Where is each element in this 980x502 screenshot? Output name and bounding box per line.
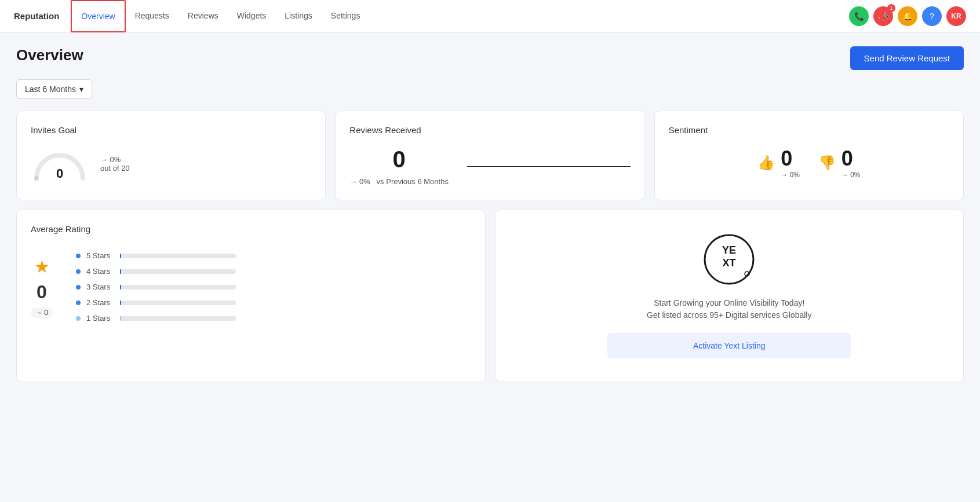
invites-out-of: out of 20 (100, 164, 130, 173)
page-header: Overview Send Review Request (16, 46, 964, 70)
fill-4stars (120, 269, 121, 274)
label-4stars: 4 Stars (86, 267, 114, 276)
megaphone-badge: 1 (887, 4, 895, 12)
nav-brand: Reputation (14, 11, 59, 21)
bar-2stars: 2 Stars (76, 298, 471, 307)
positive-data: 0 → 0% (781, 146, 800, 179)
yext-tagline2: Get listed across 95+ Digital services G… (647, 309, 811, 321)
positive-count: 0 (781, 146, 800, 171)
top-cards-row: Invites Goal 0 → 0% out of 20 (16, 111, 964, 200)
reviews-line (467, 166, 631, 167)
phone-icon-wrap: 📞 (849, 6, 869, 26)
tab-settings[interactable]: Settings (322, 0, 370, 32)
label-5stars: 5 Stars (86, 251, 114, 260)
dot-1star (76, 316, 81, 321)
reviews-left: 0 → 0% vs Previous 6 Months (349, 146, 449, 186)
tab-overview[interactable]: Overview (71, 0, 125, 32)
positive-sentiment: 👍 0 → 0% (757, 146, 800, 179)
tab-requests[interactable]: Requests (126, 0, 178, 32)
filter-label: Last 6 Months (25, 85, 76, 94)
user-avatar[interactable]: KR (946, 6, 966, 26)
thumbs-down-icon: 👎 (818, 155, 836, 171)
bar-3stars: 3 Stars (76, 283, 471, 291)
track-4stars (120, 269, 236, 274)
reviews-vs-label: vs Previous 6 Months (377, 177, 449, 186)
track-3stars (120, 285, 236, 290)
average-rating-card: Average Rating ★ 0 → 0 5 Stars (16, 210, 486, 382)
invites-percent: → 0% (100, 155, 130, 164)
dot-4stars (76, 269, 81, 274)
reviews-received-title: Reviews Received (349, 125, 630, 135)
fill-2stars (120, 301, 121, 305)
track-2stars (120, 301, 236, 305)
yext-card: YE XT Start Growing your Online Visibili… (495, 210, 964, 382)
track-5stars (120, 254, 236, 258)
rating-change: → 0 (31, 307, 53, 318)
nav-tabs: Overview Requests Reviews Widgets Listin… (71, 0, 369, 32)
invites-goal-title: Invites Goal (31, 125, 311, 135)
negative-count: 0 (841, 146, 861, 171)
reviews-received-card: Reviews Received 0 → 0% vs Previous 6 Mo… (335, 111, 644, 200)
tab-listings[interactable]: Listings (275, 0, 321, 32)
phone-button[interactable]: 📞 (849, 6, 869, 26)
positive-pct: → 0% (781, 171, 800, 179)
reviews-percent: → 0% (349, 177, 370, 186)
dot-2stars (76, 301, 81, 305)
date-filter-dropdown[interactable]: Last 6 Months ▾ (16, 79, 92, 99)
track-1star (120, 316, 236, 321)
main-scroll-area: Overview Send Review Request Last 6 Mont… (0, 32, 980, 396)
dot-3stars (76, 285, 81, 290)
nav-left: Reputation Overview Requests Reviews Wid… (14, 0, 369, 32)
fill-1star (120, 316, 121, 321)
label-2stars: 2 Stars (86, 298, 114, 307)
bell-button[interactable]: 🔔 (898, 6, 917, 26)
negative-pct: → 0% (841, 171, 861, 179)
thumbs-up-icon: 👍 (757, 155, 775, 171)
bar-4stars: 4 Stars (76, 267, 471, 276)
label-3stars: 3 Stars (86, 283, 114, 291)
activate-yext-button[interactable]: Activate Yext Listing (607, 333, 851, 358)
negative-sentiment: 👎 0 → 0% (818, 146, 861, 179)
gauge-number: 0 (56, 166, 63, 181)
average-rating-title: Average Rating (31, 224, 471, 234)
page-title: Overview (16, 46, 83, 64)
reviews-meta: → 0% vs Previous 6 Months (349, 177, 449, 186)
megaphone-icon-wrap: 📣 1 (873, 6, 893, 26)
invites-meta: → 0% out of 20 (100, 155, 130, 173)
yext-logo: YE XT (703, 233, 755, 285)
fill-5stars (120, 254, 121, 258)
bottom-row: Average Rating ★ 0 → 0 5 Stars (16, 210, 964, 382)
nav-icons: 📞 📣 1 🔔 ? KR (849, 6, 966, 26)
yext-tagline1: Start Growing your Online Visibility Tod… (647, 297, 811, 309)
rating-bar-list: 5 Stars 4 Stars (76, 251, 471, 323)
star-icon: ★ (34, 257, 50, 277)
fill-3stars (120, 285, 121, 290)
top-navigation: Reputation Overview Requests Reviews Wid… (0, 0, 980, 32)
svg-text:XT: XT (723, 257, 736, 269)
gauge-chart: 0 (31, 146, 89, 181)
invites-goal-card: Invites Goal 0 → 0% out of 20 (16, 111, 326, 200)
label-1star: 1 Stars (86, 314, 114, 323)
sentiment-title: Sentiment (669, 125, 949, 135)
yext-tagline: Start Growing your Online Visibility Tod… (647, 297, 811, 321)
rating-number: 0 (37, 281, 47, 303)
reviews-body: 0 → 0% vs Previous 6 Months (349, 146, 630, 186)
rating-body: ★ 0 → 0 5 Stars (31, 245, 471, 323)
svg-text:YE: YE (722, 244, 736, 256)
chevron-down-icon: ▾ (79, 85, 83, 94)
bar-1star: 1 Stars (76, 314, 471, 323)
help-button[interactable]: ? (922, 6, 942, 26)
send-review-button[interactable]: Send Review Request (850, 46, 964, 70)
tab-reviews[interactable]: Reviews (178, 0, 228, 32)
invites-goal-body: 0 → 0% out of 20 (31, 146, 311, 181)
rating-left: ★ 0 → 0 (31, 257, 53, 318)
negative-data: 0 → 0% (841, 146, 861, 179)
main-content: Overview Send Review Request Last 6 Mont… (0, 32, 980, 396)
dot-5stars (76, 254, 81, 258)
reviews-count: 0 (349, 146, 449, 173)
tab-widgets[interactable]: Widgets (228, 0, 276, 32)
bar-5stars: 5 Stars (76, 251, 471, 260)
bell-icon-wrap: 🔔 (898, 6, 917, 26)
sentiment-card: Sentiment 👍 0 → 0% 👎 0 → 0% (654, 111, 964, 200)
sentiment-body: 👍 0 → 0% 👎 0 → 0% (669, 146, 949, 179)
